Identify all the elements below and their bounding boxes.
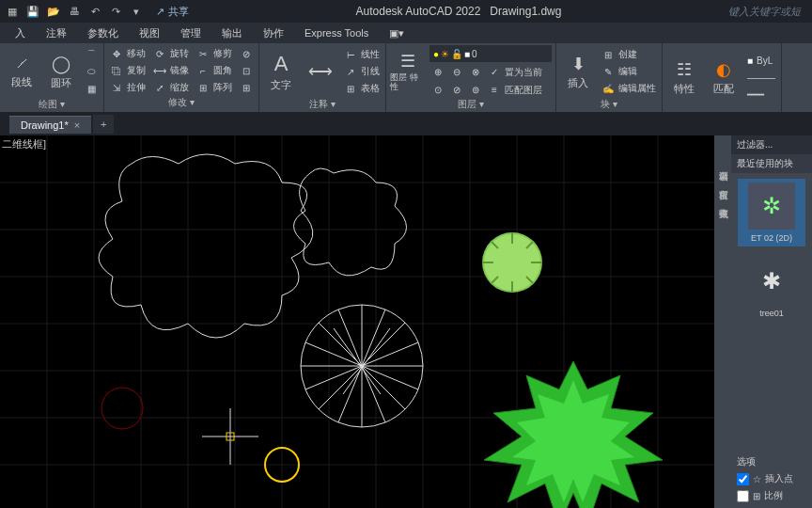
panel-layer-label[interactable]: 图层 ▾ bbox=[390, 98, 552, 112]
panel-draw-label[interactable]: 绘图 ▾ bbox=[4, 98, 100, 112]
share-label: 共享 bbox=[168, 5, 189, 19]
layer-dropdown[interactable]: ● ☀ 🔓 ■ 0 bbox=[429, 45, 552, 62]
menu-icon[interactable]: ▦ bbox=[4, 3, 21, 20]
arc-button[interactable]: ⌒ bbox=[83, 47, 100, 63]
edit-attr-button[interactable]: ✍编辑属性 bbox=[600, 81, 658, 97]
prop-icon: ☷ bbox=[677, 59, 692, 80]
hatch-button[interactable]: ▦ bbox=[83, 81, 100, 97]
layer-tool2[interactable]: ⊖ bbox=[448, 64, 465, 80]
undo-icon[interactable]: ↶ bbox=[86, 3, 103, 20]
opt-scale[interactable]: ⊞比例 bbox=[737, 487, 806, 504]
rotate-button[interactable]: ⟳旋转 bbox=[151, 46, 191, 62]
ellipse-button[interactable]: ⬭ bbox=[83, 64, 100, 80]
panel-annot-label[interactable]: 注释 ▾ bbox=[263, 98, 382, 112]
match-icon: ◐ bbox=[716, 59, 731, 80]
layer-tool5[interactable]: ⊘ bbox=[448, 82, 465, 98]
dim-button[interactable]: ⟷ bbox=[303, 45, 338, 98]
color-dropdown[interactable]: ■ByL bbox=[745, 53, 777, 69]
document-tabs: Drawing1*× + bbox=[0, 113, 812, 135]
copy-button[interactable]: ⿻复制 bbox=[108, 63, 148, 79]
filter-dropdown[interactable]: 过滤器... bbox=[731, 135, 812, 154]
tab-view[interactable]: 视图 bbox=[130, 24, 169, 43]
redo-icon[interactable]: ↷ bbox=[107, 3, 124, 20]
lock-icon: 🔓 bbox=[451, 49, 462, 59]
mod-extra3[interactable]: ⊞ bbox=[238, 80, 255, 96]
panel-block: ⬇插入 ⊞创建 ✎编辑 ✍编辑属性 块 ▾ bbox=[556, 43, 663, 112]
text-button[interactable]: A文字 bbox=[263, 45, 299, 98]
match-prop-button[interactable]: ◐匹配 bbox=[706, 52, 742, 104]
donut-button[interactable]: ◯圆环 bbox=[43, 45, 79, 98]
layer-tool3[interactable]: ⊗ bbox=[467, 64, 484, 80]
copy-icon: ⿻ bbox=[110, 66, 123, 76]
block-item-2[interactable]: ✱ tree01 bbox=[738, 258, 805, 318]
layer-tool6[interactable]: ⊚ bbox=[467, 82, 484, 98]
tab-express[interactable]: Express Tools bbox=[295, 24, 378, 41]
ribbon-tabs: 入 注释 参数化 视图 管理 输出 协作 Express Tools ▣▾ bbox=[0, 23, 812, 43]
blocks-palette: 过滤器... 最近使用的块 ✲ ET 02 (2D) ✱ tree01 选项 ☆… bbox=[731, 135, 812, 508]
stretch-button[interactable]: ⇲拉伸 bbox=[108, 80, 148, 96]
panel-block-label[interactable]: 块 ▾ bbox=[560, 98, 658, 112]
pline-icon: ⟋ bbox=[13, 54, 30, 73]
options-label: 选项 bbox=[737, 453, 806, 470]
tab-apps[interactable]: ▣▾ bbox=[380, 24, 414, 42]
insert-icon: ⬇ bbox=[571, 54, 586, 74]
scale-button[interactable]: ⤢缩放 bbox=[151, 80, 191, 96]
title-bar: ▦ 💾 📂 🖶 ↶ ↷ ▾ ↗ 共享 Autodesk AutoCAD 2022… bbox=[0, 0, 812, 23]
dropdown-icon[interactable]: ▾ bbox=[128, 3, 145, 20]
layer-tool1[interactable]: ⊕ bbox=[429, 64, 446, 80]
tab-manage[interactable]: 管理 bbox=[171, 24, 211, 43]
print-icon[interactable]: 🖶 bbox=[66, 3, 83, 20]
tab-collab[interactable]: 协作 bbox=[254, 24, 293, 43]
scale-icon: ⤢ bbox=[153, 83, 166, 93]
recent-blocks-label: 最近使用的块 bbox=[731, 154, 812, 173]
circle-icon: ◯ bbox=[52, 54, 70, 74]
panel-modify-label[interactable]: 修改 ▾ bbox=[108, 96, 255, 110]
set-current-button[interactable]: ✓置为当前 bbox=[486, 64, 544, 80]
tab-output[interactable]: 输出 bbox=[212, 24, 252, 43]
insertpoint-checkbox[interactable] bbox=[737, 473, 749, 485]
share-icon: ↗ bbox=[156, 6, 164, 18]
ellipse-icon: ⬭ bbox=[85, 66, 98, 77]
create-block-button[interactable]: ⊞创建 bbox=[600, 47, 658, 63]
new-tab-button[interactable]: + bbox=[93, 115, 114, 134]
mirror-button[interactable]: ⟷镜像 bbox=[151, 63, 191, 79]
close-tab-icon[interactable]: × bbox=[74, 119, 80, 131]
table-button[interactable]: ⊞表格 bbox=[342, 81, 382, 97]
move-button[interactable]: ✥移动 bbox=[108, 46, 148, 62]
tab-annotate[interactable]: 注释 bbox=[37, 24, 76, 43]
linear-button[interactable]: ⊢线性 bbox=[342, 47, 382, 63]
array-button[interactable]: ⊞阵列 bbox=[195, 80, 234, 96]
prop-button[interactable]: ☷特性 bbox=[666, 52, 702, 104]
panel-annotate: A文字 ⟷ ⊢线性 ↗引线 ⊞表格 注释 ▾ bbox=[259, 43, 386, 112]
save-icon[interactable]: 💾 bbox=[24, 3, 41, 20]
fillet-button[interactable]: ⌐圆角 bbox=[195, 63, 234, 79]
tab-insert[interactable]: 入 bbox=[6, 24, 35, 43]
view-cube-label[interactable]: 二维线框] bbox=[2, 137, 46, 151]
leader-button[interactable]: ↗引线 bbox=[342, 64, 382, 80]
mod-extra1[interactable]: ⊘ bbox=[238, 46, 255, 62]
panel-layer: ☰图层 特性 ● ☀ 🔓 ■ 0 ⊕ ⊖ ⊗ ✓置为当前 ⊙ ⊘ bbox=[386, 43, 556, 112]
match-layer-button[interactable]: ≡匹配图层 bbox=[486, 82, 544, 98]
block-item-1[interactable]: ✲ ET 02 (2D) bbox=[738, 179, 805, 246]
layer-tool4[interactable]: ⊙ bbox=[429, 82, 446, 98]
opt-insertpoint[interactable]: ☆插入点 bbox=[737, 470, 806, 487]
open-icon[interactable]: 📂 bbox=[45, 3, 62, 20]
trim-button[interactable]: ✂修剪 bbox=[195, 46, 234, 62]
pline-button[interactable]: ⟋段线 bbox=[4, 45, 39, 98]
scale-checkbox[interactable] bbox=[737, 490, 749, 502]
tab-parametric[interactable]: 参数化 bbox=[78, 24, 128, 43]
stretch-icon: ⇲ bbox=[110, 83, 123, 93]
mod-extra2[interactable]: ⊡ bbox=[238, 63, 255, 79]
share-button[interactable]: ↗ 共享 bbox=[156, 5, 189, 19]
doc-tab-active[interactable]: Drawing1*× bbox=[9, 116, 91, 134]
ltype-dropdown[interactable]: ——— bbox=[745, 70, 777, 86]
layer-prop-button[interactable]: ☰图层 特性 bbox=[390, 45, 426, 98]
dim-icon: ⟷ bbox=[308, 61, 333, 82]
panel-properties: ☷特性 ◐匹配 ■ByL ——— ━━━ bbox=[663, 43, 782, 112]
search-hint[interactable]: 键入关键字或短 bbox=[728, 5, 801, 19]
insert-button[interactable]: ⬇插入 bbox=[560, 45, 596, 98]
array-icon: ⊞ bbox=[196, 83, 210, 93]
edit-block-button[interactable]: ✎编辑 bbox=[600, 64, 658, 80]
lweight-dropdown[interactable]: ━━━ bbox=[745, 87, 777, 103]
model-space[interactable]: 二维线框] bbox=[0, 135, 731, 508]
